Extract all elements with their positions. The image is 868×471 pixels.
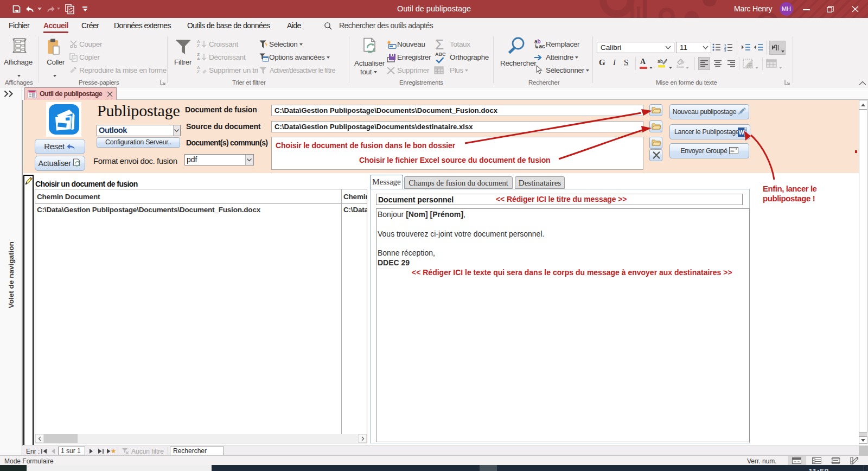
svg-text:ab: ab — [658, 59, 663, 64]
svg-text:3: 3 — [724, 49, 726, 52]
svg-text:W: W — [739, 129, 745, 136]
